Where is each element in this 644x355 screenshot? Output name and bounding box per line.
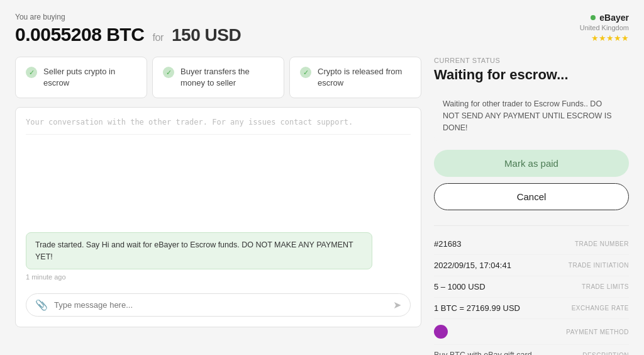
chat-message: Trade started. Say Hi and wait for eBaye… xyxy=(26,232,372,270)
trade-limits-row: 5 – 1000 USD TRADE LIMITS xyxy=(434,276,629,298)
step-3: ✓ Crypto is released from escrow xyxy=(289,57,421,98)
step-2: ✓ Buyer transfers the money to seller xyxy=(152,57,284,98)
step-2-label: Buyer transfers the money to seller xyxy=(180,66,274,89)
chat-messages: Trade started. Say Hi and wait for eBaye… xyxy=(26,142,411,288)
right-panel: CURRENT STATUS Waiting for escrow... Wai… xyxy=(434,57,629,355)
description-row: Buy BTC with eBay gift card DESCRIPTION xyxy=(434,345,629,355)
trade-details: #21683 TRADE NUMBER 2022/09/15, 17:04:41… xyxy=(434,225,629,355)
step-1: ✓ Seller puts crypto in escrow xyxy=(15,57,147,98)
trade-number-value: #21683 xyxy=(434,239,461,249)
online-indicator xyxy=(591,15,596,20)
btc-amount: 0.0055208 BTC xyxy=(15,24,144,45)
step-3-label: Crypto is released from escrow xyxy=(318,66,411,89)
send-icon[interactable]: ➤ xyxy=(393,299,401,311)
exchange-rate-row: 1 BTC = 27169.99 USD EXCHANGE RATE xyxy=(434,298,629,319)
payment-method-icon xyxy=(434,325,448,339)
status-heading: Waiting for escrow... xyxy=(434,67,629,83)
attach-icon: 📎 xyxy=(35,299,48,311)
main-content: ✓ Seller puts crypto in escrow ✓ Buyer t… xyxy=(15,57,629,355)
buying-info: You are buying 0.0055208 BTC for 150 USD xyxy=(15,13,241,45)
trade-number-key: TRADE NUMBER xyxy=(575,240,629,247)
mark-as-paid-button[interactable]: Mark as paid xyxy=(434,150,629,177)
trade-initiation-value: 2022/09/15, 17:04:41 xyxy=(434,261,511,270)
current-status-label: CURRENT STATUS xyxy=(434,57,629,64)
usd-amount: 150 USD xyxy=(172,25,241,45)
user-info: eBayer United Kingdom ★★★★★ xyxy=(580,13,629,43)
left-panel: ✓ Seller puts crypto in escrow ✓ Buyer t… xyxy=(15,57,421,355)
user-country: United Kingdom xyxy=(580,24,629,31)
step-1-label: Seller puts crypto in escrow xyxy=(43,66,136,89)
trade-initiation-key: TRADE INITIATION xyxy=(569,262,629,269)
check-icon-1: ✓ xyxy=(26,67,37,78)
chat-placeholder: Your conversation with the other trader.… xyxy=(26,118,411,135)
check-icon-2: ✓ xyxy=(163,67,174,78)
check-icon-3: ✓ xyxy=(300,67,311,78)
trade-number-row: #21683 TRADE NUMBER xyxy=(434,234,629,255)
chat-message-text: Trade started. Say Hi and wait for eBaye… xyxy=(35,240,353,261)
username: eBayer xyxy=(599,13,629,23)
buying-label: You are buying xyxy=(15,13,241,21)
top-bar: You are buying 0.0055208 BTC for 150 USD… xyxy=(15,13,629,45)
trade-initiation-row: 2022/09/15, 17:04:41 TRADE INITIATION xyxy=(434,255,629,276)
chat-time: 1 minute ago xyxy=(26,273,411,281)
exchange-rate-value: 1 BTC = 27169.99 USD xyxy=(434,303,520,313)
cancel-button[interactable]: Cancel xyxy=(434,183,629,210)
description-label: DESCRIPTION xyxy=(582,352,629,355)
payment-method-key: PAYMENT METHOD xyxy=(566,329,629,335)
chat-input[interactable] xyxy=(54,300,387,310)
trade-limits-key: TRADE LIMITS xyxy=(582,283,629,290)
chat-panel: Your conversation with the other trader.… xyxy=(15,107,421,327)
chat-input-row[interactable]: 📎 ➤ xyxy=(26,293,411,317)
escrow-notice: Waiting for other trader to Escrow Funds… xyxy=(434,91,629,141)
user-stars: ★★★★★ xyxy=(580,33,629,43)
for-label: for xyxy=(153,32,164,43)
steps-row: ✓ Seller puts crypto in escrow ✓ Buyer t… xyxy=(15,57,421,98)
exchange-rate-key: EXCHANGE RATE xyxy=(572,305,629,312)
payment-method-row: PAYMENT METHOD xyxy=(434,319,629,345)
buying-amount: 0.0055208 BTC for 150 USD xyxy=(15,24,241,45)
description-text: Buy BTC with eBay gift card xyxy=(434,351,532,355)
user-status: eBayer xyxy=(580,13,629,23)
trade-limits-value: 5 – 1000 USD xyxy=(434,282,486,291)
